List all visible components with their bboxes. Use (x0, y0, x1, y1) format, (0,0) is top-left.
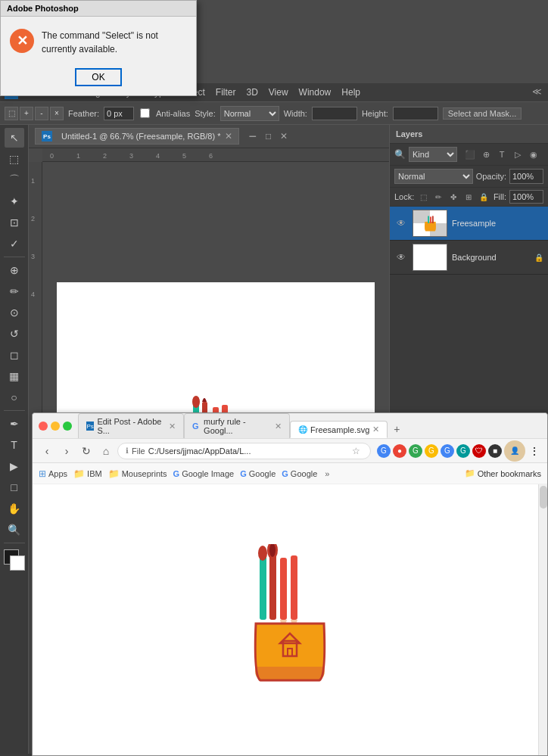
history-tool[interactable]: ↺ (5, 324, 24, 344)
scrollbar-thumb[interactable] (540, 486, 547, 509)
document-tab-close[interactable]: ✕ (225, 131, 232, 142)
opacity-input[interactable] (509, 169, 543, 184)
user-avatar[interactable]: 👤 (504, 440, 525, 462)
browser-tab-2[interactable]: 🌐 Freesample.svg ✕ (290, 421, 388, 438)
quick-select-tool[interactable]: ✦ (5, 191, 24, 211)
bookmark-mouseprints[interactable]: 📁 Mouseprints (108, 468, 167, 479)
gradient-tool[interactable]: ▦ (5, 366, 24, 386)
clone-tool[interactable]: ⊙ (5, 303, 24, 322)
filter-shape-btn[interactable]: ▷ (511, 148, 525, 161)
doc-restore-btn[interactable]: □ (263, 131, 271, 142)
tab-close-1[interactable]: ✕ (275, 422, 282, 431)
lock-all-btn[interactable]: 🔒 (478, 191, 490, 203)
crop-tool[interactable]: ⊡ (5, 213, 24, 232)
marquee-tool[interactable]: ⬚ (5, 149, 24, 169)
browser-scrollbar[interactable] (538, 484, 547, 755)
layer-visibility-background[interactable]: 👁 (394, 250, 408, 264)
tab-close-0[interactable]: ✕ (169, 422, 176, 431)
height-label: Height: (362, 109, 388, 118)
filter-type-btn[interactable]: T (495, 148, 509, 161)
ext-icon-2[interactable]: G (409, 444, 422, 458)
ext-google-btn[interactable]: G (377, 444, 391, 458)
pen-tool[interactable]: ✒ (5, 414, 24, 434)
color-swatches[interactable] (4, 549, 25, 571)
fill-input[interactable] (509, 190, 543, 204)
select-and-mask-button[interactable]: Select and Mask... (443, 107, 522, 120)
filter-pixel-btn[interactable]: ⬛ (463, 148, 477, 161)
browser-tab-1[interactable]: G murfy rule - Googl... ✕ (184, 413, 290, 438)
lasso-tool[interactable]: ⌒ (5, 170, 24, 190)
feather-input[interactable] (104, 107, 134, 120)
lock-image-btn[interactable]: ✏ (432, 191, 444, 203)
anti-alias-checkbox[interactable] (140, 108, 150, 118)
style-select[interactable]: Normal Fixed Ratio Fixed Size (220, 106, 279, 121)
doc-close-btn[interactable]: ✕ (277, 131, 288, 142)
browser-minimize-btn[interactable] (51, 422, 60, 431)
blend-mode-select[interactable]: Normal Multiply Screen (394, 169, 473, 184)
zoom-tool[interactable]: 🔍 (5, 520, 24, 540)
layer-visibility-freesample[interactable]: 👁 (394, 216, 408, 230)
height-input[interactable] (393, 107, 438, 120)
more-options-btn[interactable]: ⋮ (528, 444, 541, 458)
filter-smart-btn[interactable]: ◉ (527, 148, 540, 161)
menu-3d[interactable]: 3D (241, 86, 262, 99)
layer-item-background[interactable]: 👁 Background 🔒 (390, 241, 548, 275)
filter-adjust-btn[interactable]: ⊕ (479, 148, 493, 161)
bookmark-star-btn[interactable]: ☆ (349, 444, 363, 458)
menu-help[interactable]: Help (337, 86, 365, 99)
bookmark-ibm[interactable]: 📁 IBM (73, 468, 102, 479)
refresh-btn[interactable]: ↻ (78, 443, 95, 459)
eraser-tool[interactable]: ◻ (5, 345, 24, 365)
ext-icon-5[interactable]: G (456, 444, 470, 458)
dodge-tool[interactable]: ○ (5, 387, 24, 407)
background-color[interactable] (10, 555, 25, 571)
browser-tab-0[interactable]: Ps Edit Post - Adobe S... ✕ (78, 413, 184, 438)
layer-item-freesample[interactable]: 👁 (390, 207, 548, 241)
bookmark-google-2[interactable]: G Google (282, 469, 317, 478)
home-btn[interactable]: ⌂ (98, 443, 114, 459)
ext-shield-btn[interactable]: 🛡 (472, 444, 486, 458)
forward-btn[interactable]: › (58, 443, 75, 459)
feather-label: Feather: (68, 109, 99, 118)
lock-transparent-btn[interactable]: ⬚ (417, 191, 429, 203)
google-favicon-1: G (240, 469, 247, 478)
shape-tool[interactable]: □ (5, 478, 24, 497)
google-image-label: Google Image (182, 469, 234, 478)
doc-minimize-btn[interactable]: − (245, 129, 257, 145)
type-tool[interactable]: T (5, 435, 24, 455)
bookmark-google-1[interactable]: G Google (240, 469, 276, 478)
bookmark-google-image[interactable]: G Google Image (173, 469, 235, 478)
healing-tool[interactable]: ⊕ (5, 260, 24, 280)
tab-close-2[interactable]: ✕ (372, 425, 379, 434)
ext-icon-3[interactable]: G (425, 444, 438, 458)
back-btn[interactable]: ‹ (39, 443, 55, 459)
bookmarks-more-btn[interactable]: » (325, 469, 329, 478)
menu-filter[interactable]: Filter (211, 86, 241, 99)
other-bookmarks[interactable]: 📁 Other bookmarks (465, 468, 541, 478)
ext-icon-6[interactable]: ■ (488, 444, 502, 458)
dialog-ok-button[interactable]: OK (75, 68, 121, 86)
width-input[interactable] (312, 107, 357, 120)
menu-view[interactable]: View (264, 86, 293, 99)
hand-tool[interactable]: ✋ (5, 499, 24, 518)
svg-rect-15 (428, 216, 429, 223)
bookmark-apps[interactable]: ⊞ Apps (39, 468, 67, 479)
lock-artboard-btn[interactable]: ⊞ (462, 191, 475, 203)
layer-search-select[interactable]: Kind (409, 147, 457, 162)
ext-icon-4[interactable]: G (441, 444, 454, 458)
brush-tool[interactable]: ✏ (5, 282, 24, 301)
path-select-tool[interactable]: ▶ (5, 456, 24, 476)
move-tool[interactable]: ↖ (5, 128, 24, 148)
address-bar[interactable]: ℹ File C:/Users/jjmac/AppData/L... ☆ (117, 443, 371, 459)
browser-nav: ‹ › ↻ ⌂ ℹ File C:/Users/jjmac/AppData/L.… (33, 439, 547, 463)
browser-close-btn[interactable] (39, 422, 48, 431)
lock-position-btn[interactable]: ✤ (447, 191, 459, 203)
svg-rect-21 (260, 555, 266, 620)
eyedropper-tool[interactable]: ✓ (5, 234, 24, 254)
menu-window[interactable]: Window (294, 86, 336, 99)
ext-icon-1[interactable]: ● (393, 444, 406, 458)
fill-label: Fill: (494, 192, 506, 201)
browser-maximize-btn[interactable] (63, 422, 72, 431)
document-tab-item[interactable]: Ps Untitled-1 @ 66.7% (Freesample, RGB/8… (35, 128, 239, 145)
new-tab-btn[interactable]: + (388, 420, 406, 438)
